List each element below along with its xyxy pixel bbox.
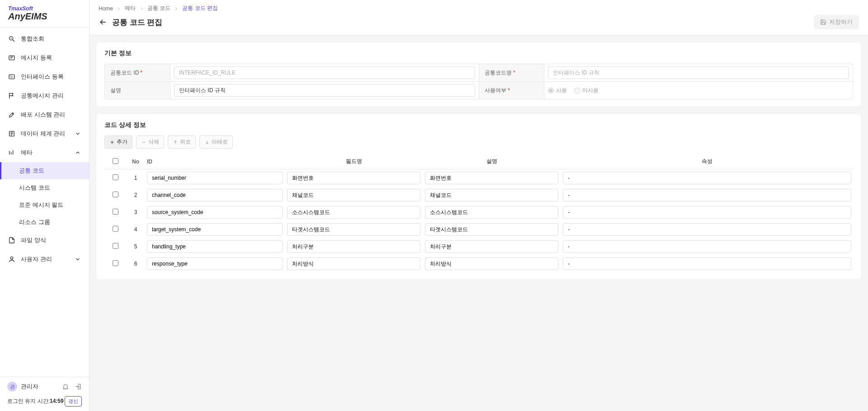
row-attr-input[interactable] bbox=[563, 189, 851, 201]
detail-info-card: 코드 상세 정보 추가 삭제 위로 아래로 No ID 필드명 설명 속성 bbox=[96, 113, 862, 280]
row-id-input[interactable] bbox=[147, 172, 283, 184]
nav: 통합조회 메시지 등록 인터페이스 등록 공통메시지 관리 배포 시스템 관리 … bbox=[0, 28, 89, 377]
label-use: 사용여부* bbox=[479, 82, 544, 99]
logout-icon[interactable] bbox=[75, 383, 82, 390]
page-title: 공통 코드 편집 bbox=[112, 17, 162, 28]
col-desc: 설명 bbox=[425, 158, 563, 165]
table-row: 6 bbox=[104, 255, 853, 272]
label-common-code-id: 공통코드 ID* bbox=[105, 64, 170, 81]
checkbox-all[interactable] bbox=[113, 158, 118, 164]
save-icon bbox=[820, 19, 826, 25]
radio-use-no[interactable]: 미사용 bbox=[574, 87, 599, 94]
breadcrumb: Home 메타 공통 코드 공통 코드 편집 bbox=[99, 5, 859, 12]
row-no: 2 bbox=[124, 192, 147, 198]
nav-item-deploy[interactable]: 배포 시스템 관리 bbox=[0, 105, 89, 124]
sidebar: TmaxSoft AnyEIMS 통합조회 메시지 등록 인터페이스 등록 공통… bbox=[0, 0, 90, 411]
chevron-down-icon bbox=[75, 256, 81, 262]
row-field-input[interactable] bbox=[287, 206, 420, 219]
main: Home 메타 공통 코드 공통 코드 편집 공통 코드 편집 저장하기 bbox=[90, 0, 868, 411]
row-field-input[interactable] bbox=[287, 172, 420, 184]
row-field-input[interactable] bbox=[287, 189, 420, 201]
row-id-input[interactable] bbox=[147, 206, 283, 219]
row-field-input[interactable] bbox=[287, 240, 420, 253]
row-checkbox[interactable] bbox=[113, 209, 118, 215]
row-field-input[interactable] bbox=[287, 223, 420, 236]
row-attr-input[interactable] bbox=[563, 257, 851, 270]
label-common-code-name: 공통코드명* bbox=[479, 64, 544, 81]
refresh-button[interactable]: 갱신 bbox=[65, 396, 82, 406]
row-desc-input[interactable] bbox=[425, 257, 558, 270]
input-common-code-id[interactable] bbox=[174, 66, 475, 79]
save-button[interactable]: 저장하기 bbox=[814, 15, 859, 29]
row-desc-input[interactable] bbox=[425, 172, 558, 184]
back-icon[interactable] bbox=[99, 18, 108, 27]
row-checkbox[interactable] bbox=[113, 226, 118, 232]
search-icon bbox=[8, 35, 15, 42]
input-common-code-name[interactable] bbox=[548, 66, 849, 79]
nav-label: 사용자 관리 bbox=[21, 255, 52, 263]
row-desc-input[interactable] bbox=[425, 223, 558, 236]
svg-point-4 bbox=[10, 257, 13, 259]
nav-sub-resource-group[interactable]: 리소스 그룹 bbox=[0, 214, 89, 231]
logo[interactable]: TmaxSoft AnyEIMS bbox=[0, 0, 89, 28]
row-checkbox[interactable] bbox=[113, 260, 118, 266]
nav-item-file-format[interactable]: 파일 양식 bbox=[0, 231, 89, 250]
nav-item-interface[interactable]: 인터페이스 등록 bbox=[0, 67, 89, 86]
row-attr-input[interactable] bbox=[563, 206, 851, 219]
nav-label: 통합조회 bbox=[21, 35, 44, 43]
row-desc-input[interactable] bbox=[425, 240, 558, 253]
row-no: 4 bbox=[124, 226, 147, 233]
radio-use-yes[interactable]: 사용 bbox=[548, 87, 567, 94]
row-checkbox[interactable] bbox=[113, 243, 118, 249]
table-row: 5 bbox=[104, 238, 853, 255]
sidebar-footer: 관 관리자 로그인 유지 시간:14:59 갱신 bbox=[0, 377, 89, 411]
row-attr-input[interactable] bbox=[563, 223, 851, 236]
row-desc-input[interactable] bbox=[425, 189, 558, 201]
nav-label: 배포 시스템 관리 bbox=[21, 111, 65, 119]
nav-item-data-system[interactable]: 데이터 체계 관리 bbox=[0, 124, 89, 143]
row-checkbox[interactable] bbox=[113, 174, 118, 180]
crumb-common[interactable]: 공통 코드 bbox=[147, 5, 170, 12]
crumb-meta[interactable]: 메타 bbox=[125, 5, 136, 12]
row-desc-input[interactable] bbox=[425, 206, 558, 219]
nav-item-search[interactable]: 통합조회 bbox=[0, 29, 89, 48]
down-button[interactable]: 아래로 bbox=[199, 135, 233, 149]
row-attr-input[interactable] bbox=[563, 172, 851, 184]
row-no: 1 bbox=[124, 175, 147, 181]
chevron-right-icon bbox=[139, 6, 144, 11]
bell-icon[interactable] bbox=[62, 383, 69, 390]
avatar[interactable]: 관 bbox=[7, 382, 17, 392]
row-checkbox[interactable] bbox=[113, 191, 118, 197]
nav-sub-common-code[interactable]: 공통 코드 bbox=[0, 162, 89, 179]
row-id-input[interactable] bbox=[147, 223, 283, 236]
username: 관리자 bbox=[21, 383, 38, 391]
row-id-input[interactable] bbox=[147, 240, 283, 253]
nav-item-meta[interactable]: 메타 bbox=[0, 143, 89, 162]
col-field: 필드명 bbox=[287, 158, 425, 165]
row-attr-input[interactable] bbox=[563, 240, 851, 253]
nav-label: 인터페이스 등록 bbox=[21, 73, 64, 81]
add-button[interactable]: 추가 bbox=[104, 135, 132, 149]
row-field-input[interactable] bbox=[287, 257, 420, 270]
input-desc[interactable] bbox=[174, 84, 475, 97]
nav-sub-std-message-field[interactable]: 표준 메시지 필드 bbox=[0, 196, 89, 214]
brand-main: AnyEIMS bbox=[8, 12, 81, 21]
nav-label: 메타 bbox=[21, 149, 33, 157]
row-id-input[interactable] bbox=[147, 189, 283, 201]
nav-item-common-message[interactable]: 공통메시지 관리 bbox=[0, 86, 89, 105]
table-row: 2 bbox=[104, 187, 853, 204]
row-no: 6 bbox=[124, 261, 147, 267]
meta-icon bbox=[8, 149, 15, 156]
up-button[interactable]: 위로 bbox=[168, 135, 196, 149]
crumb-home[interactable]: Home bbox=[99, 5, 113, 12]
detail-info-title: 코드 상세 정보 bbox=[104, 121, 853, 129]
row-id-input[interactable] bbox=[147, 257, 283, 270]
nav-sub-system-code[interactable]: 시스템 코드 bbox=[0, 179, 89, 196]
delete-button[interactable]: 삭제 bbox=[136, 135, 164, 149]
col-no: No bbox=[124, 159, 147, 165]
nav-item-message[interactable]: 메시지 등록 bbox=[0, 48, 89, 67]
layers-icon bbox=[8, 130, 15, 137]
nav-item-user[interactable]: 사용자 관리 bbox=[0, 250, 89, 269]
nav-label: 메시지 등록 bbox=[21, 54, 52, 62]
col-attr: 속성 bbox=[563, 158, 851, 165]
